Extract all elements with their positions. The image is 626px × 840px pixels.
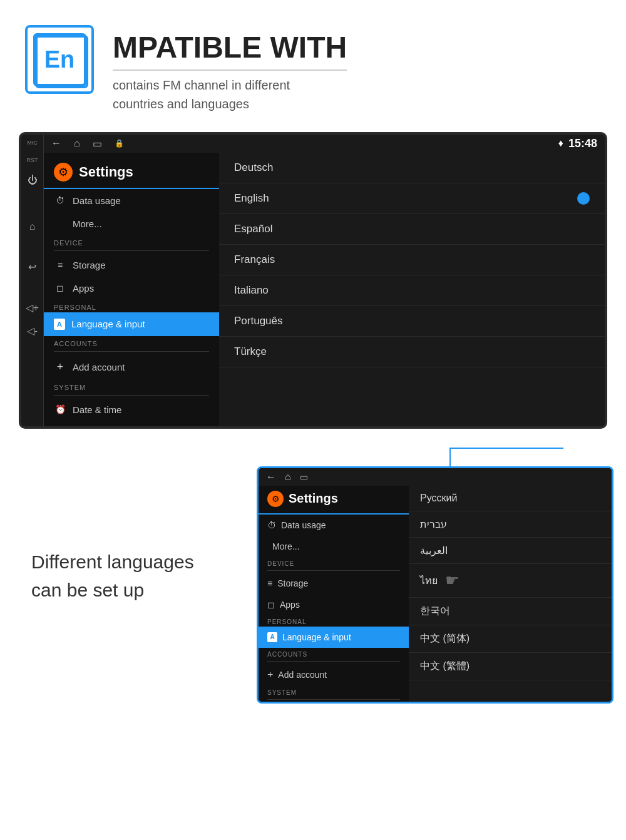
language-panel: Deutsch English Español Français Italian… (219, 153, 605, 426)
section-personal: PERSONAL (44, 300, 219, 312)
zoom-add-account-icon: + (267, 669, 273, 680)
connect-line-h (451, 448, 563, 449)
zoom-lang-russian[interactable]: Русский (409, 486, 612, 511)
menu-add-account[interactable]: + Add account (44, 354, 219, 380)
home-side-icon[interactable]: ⌂ (29, 221, 36, 232)
zoom-add-account[interactable]: + Add account (259, 663, 409, 686)
lang-portugues[interactable]: Português (219, 306, 605, 337)
status-bar-right: ♦ 15:48 (558, 137, 597, 150)
status-bar: ← ⌂ ▭ 🔒 ♦ 15:48 (44, 135, 605, 153)
zoom-sidebar: ⚙ Settings ⏱ Data usage More... DEVICE ≡… (259, 486, 409, 702)
zoom-data-usage-icon: ⏱ (267, 520, 276, 530)
zoom-apps-icon: ◻ (267, 600, 275, 610)
settings-app-icon: ⚙ (54, 163, 73, 182)
menu-more[interactable]: More... (44, 212, 219, 235)
mic-label: MIC (27, 140, 38, 146)
apps-icon: ◻ (54, 283, 66, 293)
home-nav-icon[interactable]: ⌂ (74, 138, 80, 149)
header-title: MPATIBLE WITH (113, 31, 347, 64)
power-icon: ⏻ (28, 175, 38, 186)
header-divider (113, 69, 347, 71)
datetime-icon: ⏰ (54, 404, 66, 414)
lang-italiano[interactable]: Italiano (219, 275, 605, 306)
divider-accounts (54, 351, 209, 352)
section-accounts: ACCOUNTS (44, 336, 219, 349)
zoom-back-icon[interactable]: ← (266, 471, 276, 483)
zoom-topbar: ← ⌂ ▭ (259, 468, 612, 486)
settings-title-row: ⚙ Settings (44, 158, 219, 189)
section-device: DEVICE (44, 235, 219, 248)
zoom-lang-hebrew[interactable]: עברית (409, 511, 612, 538)
header-section: En MPATIBLE WITH contains FM channel in … (0, 0, 626, 126)
zoom-language-input[interactable]: A Language & input (259, 627, 409, 648)
divider-device (54, 250, 209, 251)
back-side-icon[interactable]: ↩ (28, 261, 36, 273)
zoom-content: ⚙ Settings ⏱ Data usage More... DEVICE ≡… (259, 486, 612, 702)
lock-nav-icon: 🔒 (115, 139, 124, 148)
storage-icon: ≡ (54, 260, 66, 270)
hand-cursor-icon: ☛ (445, 571, 459, 590)
zoom-lang-korean[interactable]: 한국어 (409, 598, 612, 625)
menu-storage[interactable]: ≡ Storage (44, 254, 219, 277)
description-text: Different languages can be set up (31, 548, 219, 604)
zoom-divider-device (267, 570, 400, 571)
menu-date-time[interactable]: ⏰ Date & time (44, 398, 219, 421)
location-icon: ♦ (558, 138, 563, 149)
zoom-lang-chinese-traditional[interactable]: 中文 (繁體) (409, 653, 612, 680)
settings-title-label: Settings (79, 164, 133, 180)
zoom-storage[interactable]: ≡ Storage (259, 573, 409, 594)
lang-francais[interactable]: Français (219, 245, 605, 275)
back-nav-icon[interactable]: ← (51, 138, 61, 149)
zoom-lang-chinese-simplified[interactable]: 中文 (简体) (409, 625, 612, 653)
zoom-panel: ← ⌂ ▭ ⚙ Settings ⏱ Data usage (257, 466, 613, 704)
nav-icons: ← ⌂ ▭ 🔒 (51, 138, 124, 150)
zoom-section-device: DEVICE (259, 557, 409, 568)
radio-selected (577, 192, 590, 205)
menu-apps[interactable]: ◻ Apps (44, 277, 219, 300)
zoom-more[interactable]: More... (259, 536, 409, 557)
zoom-divider-accounts (267, 661, 400, 662)
menu-data-usage[interactable]: ⏱ Data usage (44, 189, 219, 212)
zoom-home-icon[interactable]: ⌂ (285, 471, 291, 483)
add-account-icon: + (54, 361, 66, 374)
vol-up-icon[interactable]: ◁+ (26, 302, 39, 314)
lang-turkce[interactable]: Türkçe (219, 337, 605, 367)
zoom-lang-arabic[interactable]: العربية (409, 538, 612, 564)
zoom-section-accounts: ACCOUNTS (259, 648, 409, 659)
section-system: SYSTEM (44, 380, 219, 392)
description-block: Different languages can be set up (31, 548, 219, 604)
menu-language-input[interactable]: A Language & input (44, 312, 219, 336)
zoom-settings-title: ⚙ Settings (259, 486, 409, 515)
zoom-language-icon: A (267, 632, 277, 642)
settings-content: ⚙ Settings ⏱ Data usage More... DEVICE ≡… (44, 153, 605, 426)
lang-english[interactable]: English (219, 183, 605, 214)
logo-text: En (44, 46, 75, 73)
language-icon: A (54, 319, 65, 330)
settings-sidebar: ⚙ Settings ⏱ Data usage More... DEVICE ≡… (44, 153, 219, 426)
zoom-language-panel: Русский עברית العربية ไทย ☛ 한국어 中文 (简体) (409, 486, 612, 702)
bottom-section: Different languages can be set up ← ⌂ ▭ … (0, 448, 626, 840)
rst-label: RST (27, 157, 38, 163)
lang-deutsch[interactable]: Deutsch (219, 153, 605, 183)
zoom-section-system: SYSTEM (259, 686, 409, 697)
zoom-divider-system (267, 699, 400, 700)
side-panel: MIC RST ⏻ ⌂ ↩ ◁+ ◁- (21, 135, 44, 426)
lang-espanol[interactable]: Español (219, 214, 605, 245)
zoom-lang-thai[interactable]: ไทย ☛ (409, 564, 612, 598)
time-display: 15:48 (568, 137, 597, 150)
en-logo: En (25, 25, 94, 94)
zoom-settings-icon: ⚙ (267, 491, 284, 507)
zoom-apps[interactable]: ◻ Apps (259, 594, 409, 615)
header-text: MPATIBLE WITH contains FM channel in dif… (113, 25, 347, 113)
zoom-data-usage[interactable]: ⏱ Data usage (259, 515, 409, 536)
vol-down-icon[interactable]: ◁- (27, 325, 38, 337)
header-subtitle: contains FM channel in different countri… (113, 76, 347, 113)
zoom-recent-icon[interactable]: ▭ (300, 472, 308, 482)
zoom-section-personal: PERSONAL (259, 615, 409, 627)
divider-system (54, 395, 209, 396)
zoom-settings-label: Settings (289, 491, 338, 506)
main-display: ← ⌂ ▭ 🔒 ♦ 15:48 ⚙ Settings (44, 135, 605, 426)
data-usage-icon: ⏱ (54, 195, 66, 205)
recent-nav-icon[interactable]: ▭ (93, 138, 102, 150)
device-wrapper: MIC RST ⏻ ⌂ ↩ ◁+ ◁- ← ⌂ ▭ 🔒 ♦ 15:48 (19, 132, 607, 429)
